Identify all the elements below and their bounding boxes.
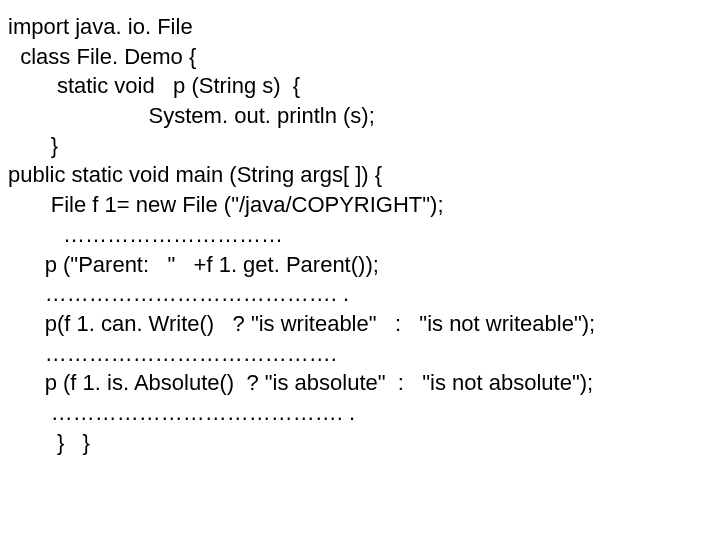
code-line-12: …………………………………. xyxy=(8,339,712,369)
code-line-6: public static void main (String args[ ])… xyxy=(8,160,712,190)
code-line-13: p (f 1. is. Absolute() ? "is absolute" :… xyxy=(8,368,712,398)
code-line-9: p ("Parent: " +f 1. get. Parent()); xyxy=(8,250,712,280)
code-line-7: File f 1= new File ("/java/COPYRIGHT"); xyxy=(8,190,712,220)
code-line-15: } } xyxy=(8,428,712,458)
code-line-14: …………………………………. . xyxy=(8,398,712,428)
code-line-8: ………………………… xyxy=(8,220,712,250)
code-line-11: p(f 1. can. Write() ? "is writeable" : "… xyxy=(8,309,712,339)
code-line-4: System. out. println (s); xyxy=(8,101,712,131)
code-line-10: …………………………………. . xyxy=(8,279,712,309)
code-line-5: } xyxy=(8,131,712,161)
code-line-3: static void p (String s) { xyxy=(8,71,712,101)
code-line-2: class File. Demo { xyxy=(8,42,712,72)
code-line-1: import java. io. File xyxy=(8,12,712,42)
